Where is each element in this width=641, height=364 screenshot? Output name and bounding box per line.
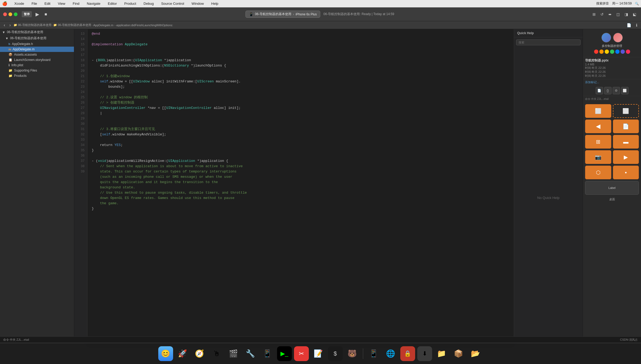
- file-new-icon[interactable]: 📄: [625, 22, 633, 28]
- color-dot-blue[interactable]: [615, 50, 620, 54]
- dock-bear[interactable]: 🐻: [345, 346, 360, 361]
- sidebar-item-appdelegate-m[interactable]: m AppDelegate.m: [0, 47, 74, 52]
- color-dot-purple[interactable]: [621, 50, 625, 54]
- breadcrumb-method[interactable]: -application:didFinishLaunchingWithOptio…: [115, 24, 173, 27]
- run-button[interactable]: ▶: [34, 11, 41, 18]
- color-dot-orange[interactable]: [599, 50, 604, 54]
- widget-collection[interactable]: ⊞: [585, 135, 611, 149]
- sidebar-item-assets[interactable]: 📦 Assets.xcassets: [0, 52, 74, 57]
- breadcrumb-group[interactable]: 📁 06-导航控制器的基本使用: [53, 23, 91, 27]
- close-button[interactable]: [3, 12, 7, 16]
- sidebar-right-toggle[interactable]: ◨: [623, 11, 630, 17]
- dock-downloads[interactable]: ⬇: [417, 346, 432, 361]
- menu-edit[interactable]: Edit: [43, 1, 52, 6]
- menu-source-control[interactable]: Source Control: [160, 1, 186, 6]
- menu-xcode[interactable]: Xcode: [13, 1, 26, 6]
- dock-notes[interactable]: 📝: [311, 346, 326, 361]
- color-dot-pink[interactable]: [626, 50, 630, 54]
- line-num-38: 38: [74, 164, 87, 169]
- add-note-button[interactable]: 添加标记...: [583, 79, 641, 85]
- menu-product[interactable]: Product: [123, 1, 138, 6]
- file-date-3: 时间 昨天 22:26: [585, 74, 639, 78]
- code-line-36: [92, 153, 514, 158]
- code-line-38h: the game.: [92, 201, 514, 206]
- sidebar-item-project-group[interactable]: ▼ 06-导航控制器的基本使用: [0, 35, 74, 41]
- widget-view[interactable]: ⬜: [585, 104, 611, 118]
- dock-iphone[interactable]: 📱: [260, 346, 275, 361]
- dock-finder[interactable]: 😊: [158, 346, 173, 361]
- sidebar-item-appdelegate-h[interactable]: h AppDelegate.h: [0, 41, 74, 47]
- dock-chrome[interactable]: 🌐: [383, 346, 398, 361]
- menu-file[interactable]: File: [30, 1, 39, 6]
- dock-app1[interactable]: 📱: [366, 346, 381, 361]
- menu-window[interactable]: Window: [190, 1, 205, 6]
- line-num-20: 20: [74, 68, 87, 74]
- toolbar-right: ⊞ ↺ ⬌ ◫ ◨ ⬕: [591, 11, 638, 17]
- breadcrumb-project[interactable]: 📁 06-导航控制器的基本使用: [14, 23, 51, 27]
- secondary-toolbar: ‹ › 📁 06-导航控制器的基本使用 › 📁 06-导航控制器的基本使用 › …: [0, 21, 641, 29]
- view-toggle-refresh[interactable]: ↺: [599, 11, 605, 17]
- dock-terminal2[interactable]: $: [328, 346, 343, 361]
- menu-bar-right: 搜索拼音 周一 14:59:59 🔍: [596, 1, 639, 6]
- dock-app2[interactable]: 📦: [451, 346, 466, 361]
- info-icon[interactable]: ℹ: [634, 22, 639, 28]
- inspector-view-icon[interactable]: ⬜: [621, 87, 629, 94]
- color-dot-yellow[interactable]: [605, 50, 609, 54]
- dock-xmind[interactable]: ✂: [294, 346, 309, 361]
- scheme-selector[interactable]: 📱 06-导航控制器的基本使用 › iPhone 6s Plus: [245, 11, 320, 18]
- view-toggle-left[interactable]: ⊞: [591, 11, 597, 17]
- sidebar-item-plist[interactable]: ℹ Info.plist: [0, 63, 74, 68]
- widget-textview[interactable]: ▬: [613, 135, 639, 149]
- dock-movie[interactable]: 🎬: [226, 346, 241, 361]
- menu-navigate[interactable]: Navigate: [85, 1, 102, 6]
- menu-debug[interactable]: Debug: [142, 1, 155, 6]
- sidebar-left-toggle[interactable]: ◫: [615, 11, 621, 17]
- dock-folder1[interactable]: 📁: [434, 346, 449, 361]
- pause-button[interactable]: 暂停: [22, 11, 32, 17]
- stop-button[interactable]: ■: [43, 11, 49, 17]
- dock-cursor[interactable]: 🖱: [209, 346, 224, 361]
- dock-vpn[interactable]: 🔒: [400, 346, 415, 361]
- quick-help-search[interactable]: [516, 39, 581, 45]
- code-lines[interactable]: @end @implementation AppDelegate - (BOOL…: [87, 29, 514, 348]
- inspector-code-icon[interactable]: {}: [604, 87, 612, 94]
- dock-terminal[interactable]: ▶_: [277, 346, 292, 361]
- inspector-gear-icon[interactable]: ⚙: [613, 87, 620, 94]
- nav-back-icon[interactable]: ‹: [2, 22, 7, 29]
- line-num-21: 21: [74, 74, 87, 79]
- quick-help-header: Quick Help: [514, 29, 583, 37]
- dock-safari[interactable]: 🧭: [192, 346, 207, 361]
- widget-container[interactable]: ⬜: [613, 104, 639, 118]
- menu-view[interactable]: View: [56, 1, 67, 6]
- dock-tools[interactable]: 🔧: [243, 346, 258, 361]
- color-dot-red[interactable]: [594, 50, 598, 54]
- widget-label[interactable]: Label: [585, 181, 639, 195]
- sidebar-item-supporting[interactable]: 📁 Supporting Files: [0, 68, 74, 73]
- debug-toggle[interactable]: ⬕: [631, 11, 638, 17]
- maximize-button[interactable]: [14, 12, 17, 16]
- view-toggle-split[interactable]: ⬌: [607, 11, 613, 17]
- code-content[interactable]: 13 14 15 16 17 18 19 20 21 22 23 24 25 2…: [74, 29, 514, 348]
- search-icon[interactable]: 🔍: [635, 2, 639, 6]
- widget-ios1[interactable]: ▪: [613, 166, 639, 179]
- menu-find[interactable]: Find: [71, 1, 81, 6]
- widget-scenekit[interactable]: ⬡: [585, 166, 611, 179]
- nav-forward-icon[interactable]: ›: [8, 22, 12, 29]
- widget-back[interactable]: ◀: [585, 119, 611, 133]
- widget-activityindicator[interactable]: ▶: [613, 150, 639, 164]
- minimize-button[interactable]: [8, 12, 12, 16]
- dock-launchpad[interactable]: 🚀: [175, 346, 190, 361]
- input-method[interactable]: 搜索拼音: [596, 1, 609, 6]
- apple-logo-icon[interactable]: 🍎: [2, 1, 7, 6]
- inspector-file-icon[interactable]: 📄: [596, 87, 603, 94]
- widget-imageview[interactable]: 📷: [585, 150, 611, 164]
- breadcrumb-file[interactable]: AppDelegate.m: [93, 24, 113, 27]
- sidebar-item-project-root[interactable]: ▼ 06-导航控制器的基本使用: [0, 29, 74, 35]
- widget-table[interactable]: 📄: [613, 119, 639, 133]
- color-dot-green[interactable]: [610, 50, 614, 54]
- sidebar-item-products[interactable]: 📁 Products: [0, 73, 74, 78]
- sidebar-item-storyboard[interactable]: 📋 LaunchScreen.storyboard: [0, 57, 74, 63]
- menu-editor[interactable]: Editor: [106, 1, 118, 6]
- dock-folder2[interactable]: 📂: [468, 346, 483, 361]
- menu-help[interactable]: Help: [210, 1, 220, 6]
